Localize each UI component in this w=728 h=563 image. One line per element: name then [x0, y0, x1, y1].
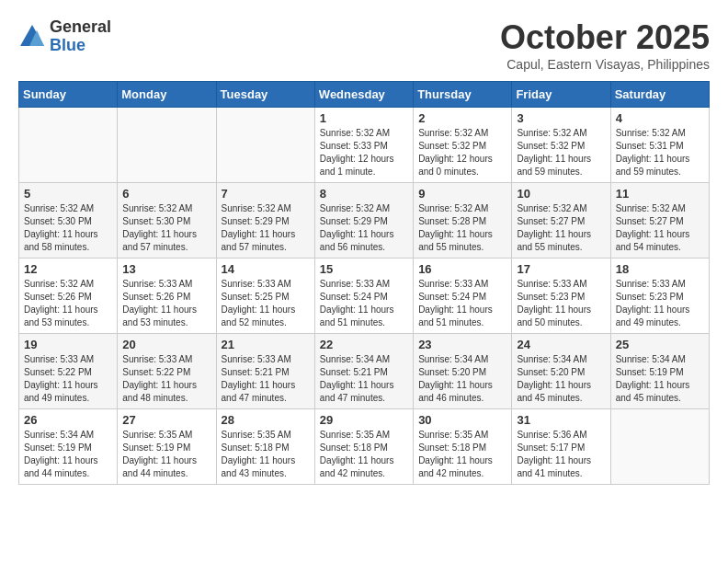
- calendar-cell: 3Sunrise: 5:32 AM Sunset: 5:32 PM Daylig…: [512, 108, 610, 183]
- calendar-cell: 18Sunrise: 5:33 AM Sunset: 5:23 PM Dayli…: [610, 259, 709, 334]
- day-info: Sunrise: 5:32 AM Sunset: 5:33 PM Dayligh…: [320, 127, 408, 178]
- header-monday: Monday: [118, 82, 216, 108]
- location: Capul, Eastern Visayas, Philippines: [500, 57, 710, 72]
- day-number: 10: [517, 187, 605, 201]
- calendar-cell: [610, 409, 709, 485]
- day-number: 15: [320, 262, 408, 276]
- day-number: 25: [616, 338, 704, 351]
- calendar-cell: [216, 108, 314, 183]
- day-info: Sunrise: 5:33 AM Sunset: 5:24 PM Dayligh…: [418, 278, 506, 329]
- calendar-cell: 13Sunrise: 5:33 AM Sunset: 5:26 PM Dayli…: [118, 259, 216, 334]
- logo-general: General: [50, 18, 111, 37]
- page-header: General Blue October 2025 Capul, Eastern…: [18, 18, 710, 72]
- calendar-header: SundayMondayTuesdayWednesdayThursdayFrid…: [19, 82, 710, 108]
- calendar-cell: 25Sunrise: 5:34 AM Sunset: 5:19 PM Dayli…: [610, 334, 709, 409]
- day-number: 8: [320, 187, 408, 201]
- day-info: Sunrise: 5:32 AM Sunset: 5:30 PM Dayligh…: [24, 202, 112, 254]
- day-number: 6: [122, 187, 210, 201]
- day-number: 2: [418, 111, 506, 125]
- day-number: 9: [418, 187, 506, 201]
- day-number: 23: [418, 338, 506, 351]
- day-number: 20: [122, 338, 210, 351]
- calendar-cell: 15Sunrise: 5:33 AM Sunset: 5:24 PM Dayli…: [314, 259, 413, 334]
- day-info: Sunrise: 5:32 AM Sunset: 5:27 PM Dayligh…: [616, 202, 704, 254]
- header-thursday: Thursday: [414, 82, 512, 108]
- day-info: Sunrise: 5:32 AM Sunset: 5:28 PM Dayligh…: [418, 202, 506, 254]
- calendar-cell: 2Sunrise: 5:32 AM Sunset: 5:32 PM Daylig…: [414, 108, 512, 183]
- day-info: Sunrise: 5:35 AM Sunset: 5:18 PM Dayligh…: [222, 429, 310, 480]
- day-info: Sunrise: 5:33 AM Sunset: 5:21 PM Dayligh…: [222, 353, 310, 405]
- calendar-cell: 19Sunrise: 5:33 AM Sunset: 5:22 PM Dayli…: [19, 334, 118, 409]
- day-info: Sunrise: 5:32 AM Sunset: 5:29 PM Dayligh…: [320, 202, 408, 254]
- calendar-cell: 27Sunrise: 5:35 AM Sunset: 5:19 PM Dayli…: [118, 409, 216, 485]
- day-number: 13: [122, 262, 210, 276]
- day-info: Sunrise: 5:32 AM Sunset: 5:32 PM Dayligh…: [418, 127, 506, 178]
- day-info: Sunrise: 5:32 AM Sunset: 5:32 PM Dayligh…: [517, 127, 605, 178]
- day-number: 28: [222, 413, 310, 427]
- day-info: Sunrise: 5:32 AM Sunset: 5:31 PM Dayligh…: [616, 127, 704, 178]
- calendar-cell: 24Sunrise: 5:34 AM Sunset: 5:20 PM Dayli…: [512, 334, 610, 409]
- day-info: Sunrise: 5:34 AM Sunset: 5:20 PM Dayligh…: [418, 353, 506, 405]
- day-number: 11: [616, 187, 704, 201]
- day-number: 5: [24, 187, 112, 201]
- calendar-cell: 8Sunrise: 5:32 AM Sunset: 5:29 PM Daylig…: [314, 183, 413, 259]
- day-number: 30: [418, 413, 506, 427]
- month-title: October 2025: [500, 18, 710, 57]
- header-saturday: Saturday: [610, 82, 709, 108]
- calendar-cell: 28Sunrise: 5:35 AM Sunset: 5:18 PM Dayli…: [216, 409, 314, 485]
- day-info: Sunrise: 5:34 AM Sunset: 5:20 PM Dayligh…: [517, 353, 605, 405]
- calendar-cell: [118, 108, 216, 183]
- header-wednesday: Wednesday: [314, 82, 413, 108]
- day-info: Sunrise: 5:33 AM Sunset: 5:26 PM Dayligh…: [122, 278, 210, 329]
- calendar-cell: 5Sunrise: 5:32 AM Sunset: 5:30 PM Daylig…: [19, 183, 118, 259]
- calendar-week-4: 19Sunrise: 5:33 AM Sunset: 5:22 PM Dayli…: [19, 334, 710, 409]
- day-number: 29: [320, 413, 408, 427]
- calendar-cell: 1Sunrise: 5:32 AM Sunset: 5:33 PM Daylig…: [314, 108, 413, 183]
- calendar-table: SundayMondayTuesdayWednesdayThursdayFrid…: [18, 81, 710, 485]
- day-info: Sunrise: 5:33 AM Sunset: 5:23 PM Dayligh…: [616, 278, 704, 329]
- day-info: Sunrise: 5:33 AM Sunset: 5:24 PM Dayligh…: [320, 278, 408, 329]
- day-info: Sunrise: 5:34 AM Sunset: 5:19 PM Dayligh…: [616, 353, 704, 405]
- day-info: Sunrise: 5:36 AM Sunset: 5:17 PM Dayligh…: [517, 429, 605, 480]
- calendar-cell: 16Sunrise: 5:33 AM Sunset: 5:24 PM Dayli…: [414, 259, 512, 334]
- calendar-week-3: 12Sunrise: 5:32 AM Sunset: 5:26 PM Dayli…: [19, 259, 710, 334]
- calendar-cell: 7Sunrise: 5:32 AM Sunset: 5:29 PM Daylig…: [216, 183, 314, 259]
- day-info: Sunrise: 5:35 AM Sunset: 5:18 PM Dayligh…: [320, 429, 408, 480]
- header-tuesday: Tuesday: [216, 82, 314, 108]
- calendar-cell: 11Sunrise: 5:32 AM Sunset: 5:27 PM Dayli…: [610, 183, 709, 259]
- logo-icon: [18, 23, 46, 51]
- day-info: Sunrise: 5:34 AM Sunset: 5:21 PM Dayligh…: [320, 353, 408, 405]
- calendar-week-2: 5Sunrise: 5:32 AM Sunset: 5:30 PM Daylig…: [19, 183, 710, 259]
- day-number: 19: [24, 338, 112, 351]
- day-number: 12: [24, 262, 112, 276]
- calendar-cell: 20Sunrise: 5:33 AM Sunset: 5:22 PM Dayli…: [118, 334, 216, 409]
- day-info: Sunrise: 5:32 AM Sunset: 5:27 PM Dayligh…: [517, 202, 605, 254]
- calendar-cell: [19, 108, 118, 183]
- day-info: Sunrise: 5:33 AM Sunset: 5:25 PM Dayligh…: [222, 278, 310, 329]
- calendar-cell: 30Sunrise: 5:35 AM Sunset: 5:18 PM Dayli…: [414, 409, 512, 485]
- day-info: Sunrise: 5:35 AM Sunset: 5:18 PM Dayligh…: [418, 429, 506, 480]
- day-number: 31: [517, 413, 605, 427]
- logo: General Blue: [18, 18, 111, 55]
- calendar-week-5: 26Sunrise: 5:34 AM Sunset: 5:19 PM Dayli…: [19, 409, 710, 485]
- calendar-cell: 17Sunrise: 5:33 AM Sunset: 5:23 PM Dayli…: [512, 259, 610, 334]
- title-section: October 2025 Capul, Eastern Visayas, Phi…: [500, 18, 710, 72]
- day-info: Sunrise: 5:32 AM Sunset: 5:26 PM Dayligh…: [24, 278, 112, 329]
- calendar-cell: 4Sunrise: 5:32 AM Sunset: 5:31 PM Daylig…: [610, 108, 709, 183]
- calendar-cell: 22Sunrise: 5:34 AM Sunset: 5:21 PM Dayli…: [314, 334, 413, 409]
- day-number: 7: [222, 187, 310, 201]
- day-number: 21: [222, 338, 310, 351]
- day-number: 4: [616, 111, 704, 125]
- day-number: 18: [616, 262, 704, 276]
- logo-blue: Blue: [50, 37, 111, 55]
- day-number: 26: [24, 413, 112, 427]
- day-number: 22: [320, 338, 408, 351]
- day-number: 1: [320, 111, 408, 125]
- calendar-cell: 31Sunrise: 5:36 AM Sunset: 5:17 PM Dayli…: [512, 409, 610, 485]
- calendar-cell: 12Sunrise: 5:32 AM Sunset: 5:26 PM Dayli…: [19, 259, 118, 334]
- calendar-cell: 26Sunrise: 5:34 AM Sunset: 5:19 PM Dayli…: [19, 409, 118, 485]
- day-number: 17: [517, 262, 605, 276]
- calendar-cell: 9Sunrise: 5:32 AM Sunset: 5:28 PM Daylig…: [414, 183, 512, 259]
- day-info: Sunrise: 5:34 AM Sunset: 5:19 PM Dayligh…: [24, 429, 112, 480]
- day-number: 14: [222, 262, 310, 276]
